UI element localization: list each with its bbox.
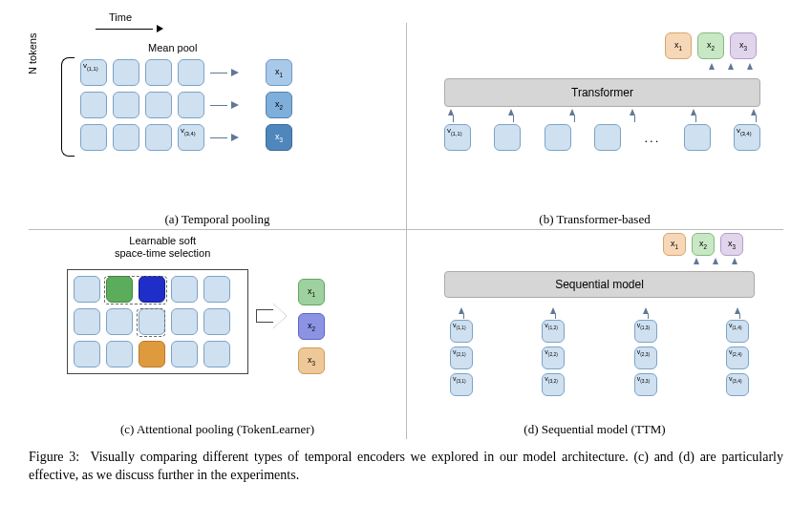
token-blank	[74, 341, 100, 368]
panel-b-outputs: x1 x2 x3	[665, 32, 757, 59]
timestep-col: v(1,2) v(2,2) v(3,2)	[542, 307, 565, 396]
panel-a-rows: v(1,1) x1 x2 v(3,4) x3	[80, 59, 292, 157]
token-selected-orange	[139, 341, 165, 368]
token-blank	[145, 92, 172, 118]
token-blank	[113, 124, 139, 151]
token-blank	[145, 124, 172, 151]
token-v34: v(3,4)	[734, 124, 760, 151]
output-x2: x2	[298, 313, 325, 340]
up-arrows-icon	[694, 258, 737, 264]
arrow-up-icon	[459, 307, 464, 314]
arrow-up-icon	[550, 307, 556, 314]
output-x1: x1	[665, 32, 692, 59]
subcaption-d: (d) Sequential model (TTM)	[406, 422, 783, 437]
token-v11: v(1,1)	[450, 320, 473, 343]
output-x2: x2	[697, 32, 724, 59]
token-blank	[171, 276, 198, 303]
panel-b: x1 x2 x3 Transformer v(1,1) ... v(3,4) (…	[406, 19, 783, 229]
figure-caption: Figure 3: Visually comparing different t…	[29, 449, 783, 485]
arrow-up-icon	[735, 307, 740, 314]
token-grid-box	[67, 269, 248, 374]
output-x2: x2	[692, 233, 715, 256]
token-blank	[178, 92, 204, 118]
token-v34: v(3,4)	[178, 124, 204, 151]
subcaption-a: (a) Temporal pooling	[29, 212, 406, 227]
panel-d: x1 x2 x3 Sequential model v(1,1) v(2,1) …	[406, 229, 783, 439]
figure-grid: Time Mean pool N tokens v(1,1) x1 x2	[29, 19, 783, 439]
token-blank	[494, 124, 521, 151]
token-v11: v(1,1)	[80, 59, 107, 86]
token-v32: v(3,2)	[542, 373, 565, 396]
timestep-col: v(1,3) v(2,3) v(3,3)	[634, 307, 657, 396]
output-x2: x2	[266, 92, 292, 118]
panel-d-outputs: x1 x2 x3	[663, 233, 743, 256]
token-blank	[203, 341, 230, 368]
output-x1: x1	[266, 59, 292, 86]
caption-body: Visually comparing different types of te…	[29, 450, 783, 482]
token-v11: v(1,1)	[444, 124, 471, 151]
panel-a: Time Mean pool N tokens v(1,1) x1 x2	[29, 19, 406, 229]
transformer-block: Transformer	[444, 78, 760, 107]
token-blank	[106, 308, 133, 335]
token-blank	[171, 341, 198, 368]
token-v12: v(1,2)	[542, 320, 565, 343]
token-blank	[203, 276, 230, 303]
panel-d-columns: v(1,1) v(2,1) v(3,1) v(1,2) v(2,2) v(3,2…	[450, 307, 749, 396]
token-v14: v(1,4)	[726, 320, 749, 343]
big-arrow-icon	[256, 304, 287, 328]
token-blank	[545, 124, 571, 151]
panel-b-inputs: v(1,1) ... v(3,4)	[444, 124, 760, 151]
token-v13: v(1,3)	[634, 320, 657, 343]
output-x3: x3	[266, 124, 292, 151]
token-blank	[74, 308, 100, 335]
brace-icon	[61, 57, 75, 157]
token-blank	[171, 308, 198, 335]
arrow-icon	[210, 101, 239, 109]
token-v23: v(2,3)	[634, 346, 657, 369]
output-x1: x1	[298, 279, 325, 305]
down-arrows-icon	[448, 109, 757, 116]
arrow-icon	[210, 134, 239, 141]
up-arrows-icon	[709, 63, 753, 70]
learnable-label: Learnable soft space-time selection	[115, 235, 210, 259]
token-blank	[203, 308, 230, 335]
time-label: Time	[109, 11, 132, 23]
token-v24: v(2,4)	[726, 346, 749, 369]
panel-c-outputs: x1 x2 x3	[298, 279, 325, 374]
ellipsis: ...	[644, 131, 660, 145]
token-blank	[74, 276, 100, 303]
panel-c: Learnable soft space-time selection	[29, 229, 406, 439]
token-blank	[145, 59, 172, 86]
sequential-block: Sequential model	[444, 271, 755, 298]
token-v34: v(3,4)	[726, 373, 749, 396]
token-v22: v(2,2)	[542, 346, 565, 369]
token-blank	[594, 124, 621, 151]
meanpool-label: Mean pool	[148, 42, 197, 53]
caption-prefix: Figure 3:	[29, 450, 79, 464]
output-x3: x3	[720, 233, 743, 256]
token-v31: v(3,1)	[450, 373, 473, 396]
token-blank	[80, 124, 107, 151]
time-arrow-icon	[96, 25, 163, 32]
token-v33: v(3,3)	[634, 373, 657, 396]
token-v21: v(2,1)	[450, 346, 473, 369]
timestep-col: v(1,1) v(2,1) v(3,1)	[450, 307, 473, 396]
output-x3: x3	[298, 347, 325, 374]
subcaption-c: (c) Attentional pooling (TokenLearner)	[29, 422, 406, 437]
token-blank	[684, 124, 711, 151]
token-blank	[113, 92, 139, 118]
token-selected-blue	[139, 276, 165, 303]
arrow-icon	[210, 69, 239, 76]
output-x1: x1	[663, 233, 686, 256]
arrow-up-icon	[643, 307, 649, 314]
token-blank	[139, 308, 165, 335]
token-blank	[178, 59, 204, 86]
token-blank	[106, 341, 133, 368]
output-x3: x3	[730, 32, 757, 59]
subcaption-b: (b) Transformer-based	[406, 212, 783, 227]
timestep-col: v(1,4) v(2,4) v(3,4)	[726, 307, 749, 396]
token-blank	[113, 59, 139, 86]
ntokens-label: N tokens	[27, 33, 38, 74]
token-blank	[80, 92, 107, 118]
token-selected-green	[106, 276, 133, 303]
